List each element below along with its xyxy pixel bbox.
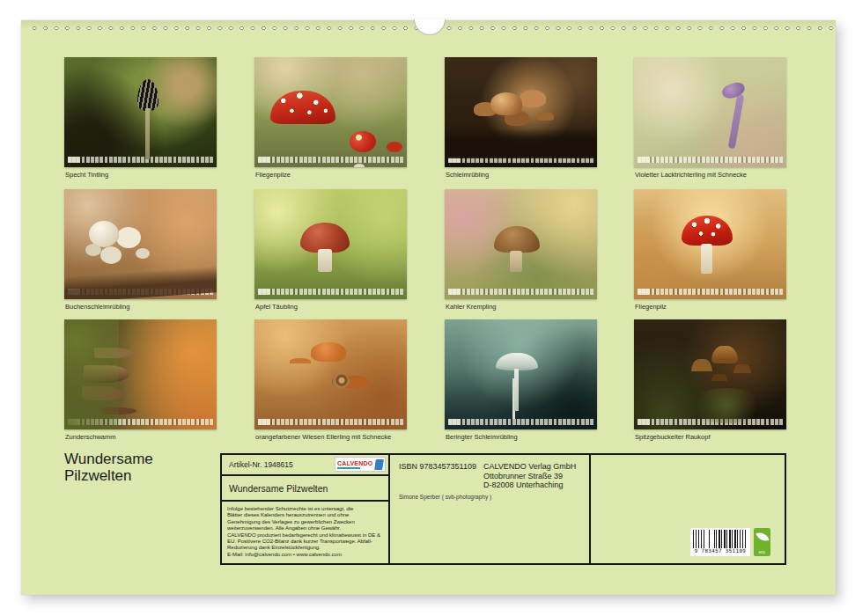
legal-text-cell: Infolge bestehender Schutzrechte ist es … (222, 502, 388, 563)
mini-calendar-strip (258, 157, 403, 163)
photo-item: Fliegenpilz (634, 189, 786, 312)
legal-text: Infolge bestehender Schutzrechte ist es … (227, 506, 383, 558)
photo-item: Apfel Täubling (254, 189, 407, 312)
mushroom-photo (64, 189, 217, 299)
mini-calendar-strip (68, 289, 213, 295)
mini-calendar-strip (258, 419, 403, 425)
publisher-address: CALVENDO Verlag GmbH Ottobrunner Straße … (483, 462, 576, 490)
calvendo-logo-text: CALVENDO (337, 460, 372, 469)
mini-calendar-strip (68, 419, 213, 425)
mini-calendar-strip (448, 419, 593, 425)
photo-item: Schleimrübling (445, 57, 597, 180)
calvendo-logo: CALVENDO (335, 457, 386, 472)
mini-calendar-strip (638, 419, 783, 425)
mushroom-photo (634, 57, 786, 167)
mini-calendar-strip (258, 289, 403, 295)
barcode-bars-icon (693, 530, 748, 548)
photo-caption: Specht Tintling (65, 171, 108, 179)
photo-caption: Buchenschleimrübling (65, 303, 129, 311)
photographer-credit: Simone Sperber ( svb-photography ) (399, 494, 491, 500)
isbn-number: ISBN 9783457351109 (399, 462, 476, 471)
photo-caption: orangefarbener Wiesen Ellerling mit Schn… (255, 433, 391, 441)
photo-caption: Spitzgebuckelter Raukopf (635, 433, 710, 441)
photo-caption: Apfel Täubling (255, 303, 298, 311)
publisher-info-table: Artikel-Nr. 1948615 CALVENDO Wundersame … (220, 453, 786, 565)
photo-item: Specht Tintling (64, 57, 217, 180)
calendar-title: Wundersame Pilzwelten (222, 483, 328, 494)
calvendo-tagline-bar (337, 467, 360, 469)
article-number-cell: Artikel-Nr. 1948615 CALVENDO (222, 455, 388, 476)
photo-caption: Violetter Lacktrichterling mit Schnecke (635, 171, 747, 179)
photo-caption: Schleimrübling (446, 171, 489, 179)
eco-badge: eco (754, 528, 770, 556)
eco-label: eco (754, 550, 770, 554)
article-number: Artikel-Nr. 1948615 (222, 460, 293, 469)
isbn-publisher-cell: ISBN 9783457351109 CALVENDO Verlag GmbH … (390, 455, 591, 563)
mini-calendar-strip (448, 157, 593, 163)
calendar-product-image: Specht Tintling Fliegenpilze Schleimrübl… (0, 0, 855, 616)
photo-item: Beringter Schleimrübling (445, 319, 597, 443)
calendar-title-cell: Wundersame Pilzwelten (222, 476, 388, 502)
photo-caption: Fliegenpilze (255, 171, 291, 179)
calvendo-wordmark: CALVENDO (337, 460, 372, 466)
photo-caption: Fliegenpilz (635, 303, 667, 311)
barcode-cell: 9 783457 351109 eco (591, 455, 785, 563)
calendar-back-title: Wundersame Pilzwelten (64, 451, 196, 484)
leaf-icon (755, 530, 769, 543)
calendar-back-page: Specht Tintling Fliegenpilze Schleimrübl… (21, 20, 836, 595)
photo-caption: Zunderschwamm (65, 433, 116, 441)
mushroom-photo (64, 57, 217, 167)
photo-item: orangefarbener Wiesen Ellerling mit Schn… (254, 319, 407, 443)
photo-item: Violetter Lacktrichterling mit Schnecke (634, 57, 786, 180)
ean-barcode: 9 783457 351109 (690, 528, 750, 556)
mushroom-photo (254, 319, 407, 429)
photo-item: Fliegenpilze (254, 57, 407, 180)
calvendo-flag-icon (374, 459, 384, 470)
mini-calendar-strip (638, 157, 783, 163)
info-table-left-column: Artikel-Nr. 1948615 CALVENDO Wundersame … (222, 455, 390, 563)
mushroom-photo (445, 189, 597, 299)
photo-item: Zunderschwamm (64, 319, 217, 443)
mini-calendar-strip (68, 157, 213, 163)
mushroom-photo (445, 319, 597, 429)
photo-item: Buchenschleimrübling (64, 189, 217, 312)
mini-calendar-strip (448, 289, 593, 295)
hanger-notch (414, 19, 446, 35)
photo-item: Kahler Krempling (445, 189, 597, 312)
photo-item: Spitzgebuckelter Raukopf (634, 319, 786, 443)
barcode-number: 9 783457 351109 (693, 548, 748, 554)
photo-caption: Beringter Schleimrübling (446, 433, 518, 441)
mushroom-photo (64, 319, 217, 429)
mushroom-photo (254, 57, 407, 167)
mushroom-photo (254, 189, 407, 299)
mushroom-photo (445, 57, 597, 167)
mini-calendar-strip (638, 289, 783, 295)
photo-caption: Kahler Krempling (446, 303, 497, 311)
mushroom-photo (634, 189, 786, 299)
mushroom-photo (634, 319, 786, 429)
barcode-block: 9 783457 351109 eco (690, 528, 770, 556)
